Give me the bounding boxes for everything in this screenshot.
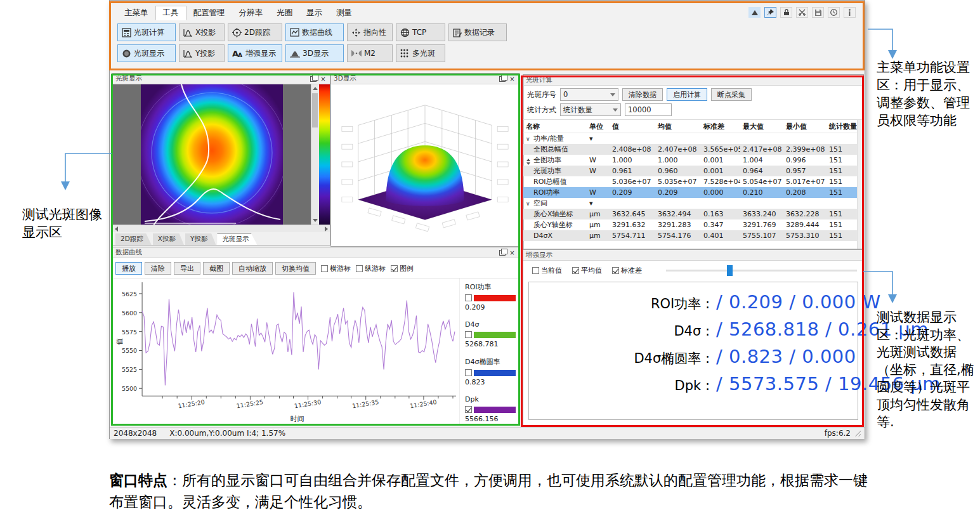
stats-table-row[interactable]: 全图功率W1.0001.0000.0011.0040.996151 <box>523 155 863 166</box>
enable-calc-button[interactable]: 启用计算 <box>667 88 707 101</box>
tab-2d-tracking[interactable]: 2D跟踪 <box>115 233 152 245</box>
legend-checkbox[interactable] <box>465 331 472 338</box>
stats-group-row[interactable]: ∨ 功率/能量▾ <box>523 133 863 144</box>
beam-seq-select[interactable]: 0 <box>560 88 618 101</box>
beam-display-button[interactable]: 光斑显示 <box>117 44 176 62</box>
data-curve-button[interactable]: 数据曲线 <box>285 23 344 41</box>
auto-zoom-button[interactable]: 自动缩放 <box>232 262 273 275</box>
beam-display-tabs: 2D跟踪 X投影 Y投影 光斑显示 <box>113 232 330 245</box>
pointing-button[interactable]: 指向性 <box>347 23 393 41</box>
h-cursor-checkbox[interactable]: 横游标 <box>321 264 351 273</box>
beam-intensity-image[interactable] <box>141 84 283 225</box>
scissors-icon[interactable] <box>796 7 808 18</box>
info-icon[interactable] <box>844 7 856 18</box>
snapshot-button[interactable]: 截图 <box>203 262 230 275</box>
clear-button[interactable]: 清除 <box>145 262 171 275</box>
svg-text:A: A <box>238 52 242 58</box>
stats-table-row[interactable]: 光斑功率W0.9610.9600.0010.9640.957151 <box>523 166 863 176</box>
menu-item-tools[interactable]: 工具 <box>155 6 186 20</box>
stat-count-spinner[interactable]: 10000 <box>625 103 672 116</box>
font-size-slider[interactable] <box>666 270 857 272</box>
stat-mode-select[interactable]: 统计数量 <box>560 103 621 116</box>
beam-calc-button[interactable]: 光斑计算 <box>117 23 176 41</box>
legend-checkbox[interactable] <box>465 294 472 301</box>
toggle-mean-button[interactable]: 切换均值 <box>275 262 316 275</box>
dots-grid-icon <box>400 49 410 58</box>
horizontal-scrollbar[interactable] <box>113 225 330 232</box>
legend-color-bar <box>474 295 516 301</box>
float-panel-button[interactable] <box>309 75 317 82</box>
legend-checkbox[interactable]: 图例 <box>391 264 414 273</box>
tracking-2d-button[interactable]: 2D跟踪 <box>228 23 282 41</box>
tab-beam-display[interactable]: 光斑显示 <box>217 233 257 245</box>
data-record-button[interactable]: 数据记录 <box>448 23 507 41</box>
beam-calc-titlebar: 光斑计算 <box>523 75 863 86</box>
v-cursor-checkbox[interactable]: 纵游标 <box>356 264 386 273</box>
lock-icon[interactable] <box>780 7 792 18</box>
stats-table-row[interactable]: 质心X轴坐标μm3632.6453632.4940.1633633.240363… <box>523 209 863 219</box>
menu-bar: 主菜单 工具 配置管理 分辨率 光圈 显示 测量 <box>117 6 359 20</box>
stats-group-row[interactable]: ∨ 空间▾ <box>523 198 863 209</box>
m2-button[interactable]: M2 <box>347 44 393 62</box>
enhanced-display-button[interactable]: AA 增强显示 <box>228 44 282 62</box>
vertical-scrollbar[interactable] <box>311 84 319 225</box>
tab-y-projection[interactable]: Y投影 <box>185 233 216 245</box>
display-3d-panel: 3D显示 × <box>330 73 519 247</box>
stats-table-row[interactable]: ROI功率W0.2090.2090.0000.2100.208151 <box>523 187 863 198</box>
x-projection-button[interactable]: X投影 <box>179 23 225 41</box>
beam-image-view <box>113 84 311 225</box>
pin-icon[interactable] <box>764 7 776 18</box>
export-button[interactable]: 导出 <box>174 262 200 275</box>
float-panel-button[interactable] <box>498 75 506 82</box>
close-panel-button[interactable]: × <box>508 75 516 82</box>
data-curve-titlebar: 数据曲线 × <box>113 247 519 258</box>
data-curve-title: 数据曲线 <box>115 248 142 257</box>
display-3d-button[interactable]: 3D显示 <box>285 44 344 62</box>
table-scrollbar[interactable] <box>857 120 863 249</box>
tcp-button[interactable]: TCP <box>396 23 445 41</box>
stats-table-row[interactable]: 全图总幅值2.408e+082.407e+083.565e+052.417e+0… <box>523 144 863 155</box>
caption-text: ：所有的显示窗口可自由组合并保存配置文件，方便调用，也可使用系统默认的配置管理功… <box>109 472 868 510</box>
current-value-checkbox[interactable]: 当前值 <box>532 266 562 275</box>
play-button[interactable]: 播放 <box>115 262 142 275</box>
legend-checkbox[interactable] <box>465 369 472 376</box>
menu-item-measure[interactable]: 测量 <box>329 6 359 20</box>
move-arrows-icon <box>351 28 361 37</box>
close-panel-button[interactable]: × <box>319 75 327 82</box>
breakpoint-capture-button[interactable]: 断点采集 <box>711 88 752 101</box>
resize-grip[interactable] <box>854 430 861 436</box>
curve-toolbar: 播放 清除 导出 截图 自动缩放 切换均值 横游标 纵游标 图例 <box>113 258 519 278</box>
curve-chart-icon <box>290 28 299 37</box>
beam-waist-icon <box>351 49 362 57</box>
float-panel-button[interactable] <box>498 249 506 256</box>
menu-item-main[interactable]: 主菜单 <box>117 6 155 20</box>
beam-display-title: 光斑显示 <box>115 74 142 83</box>
close-panel-button[interactable]: × <box>508 249 516 256</box>
window-controls <box>748 7 856 18</box>
cursor-readout: X:0.00um,Y:0.00um I:4; 1.57% <box>169 429 285 438</box>
font-aa-icon: AA <box>232 49 243 58</box>
mean-value-checkbox[interactable]: 平均值 <box>572 266 602 275</box>
stats-table-row[interactable]: D4σXμm5754.7115754.1760.4015755.1075753.… <box>523 230 863 241</box>
surface-3d-view[interactable] <box>331 84 519 246</box>
save-icon[interactable] <box>812 7 824 18</box>
multi-spot-button[interactable]: 多光斑 <box>396 44 445 62</box>
std-dev-checkbox[interactable]: 标准差 <box>612 266 642 275</box>
menu-item-aperture[interactable]: 光圈 <box>270 6 299 20</box>
collapse-icon[interactable] <box>748 7 761 18</box>
tab-x-projection[interactable]: X投影 <box>153 233 184 245</box>
clock-icon[interactable] <box>828 7 840 18</box>
stats-table-row[interactable]: ROI总幅值5.036e+075.035e+077.528e+045.054e+… <box>523 176 863 187</box>
menu-item-config[interactable]: 配置管理 <box>186 6 232 20</box>
y-projection-button[interactable]: Y投影 <box>179 44 225 62</box>
menu-item-resolution[interactable]: 分辨率 <box>232 6 270 20</box>
enhanced-display-title: 增强显示 <box>526 251 552 259</box>
stats-table-row[interactable]: 质心Y轴坐标μm3291.6323291.2830.3473291.769328… <box>523 219 863 230</box>
app-window: 主菜单 工具 配置管理 分辨率 光圈 显示 测量 <box>109 0 865 439</box>
trend-chart-svg: 5625 5600 5575 5550 5525 5500 11:25:20 1… <box>113 278 459 425</box>
legend-color-bar <box>474 370 516 376</box>
annotation-menu-area: 主菜单功能设置区：用于显示、调整参数、管理员权限等功能 <box>877 58 978 129</box>
menu-item-display[interactable]: 显示 <box>299 6 329 20</box>
clear-data-button[interactable]: 清除数据 <box>622 88 663 101</box>
legend-checkbox[interactable] <box>465 406 472 413</box>
